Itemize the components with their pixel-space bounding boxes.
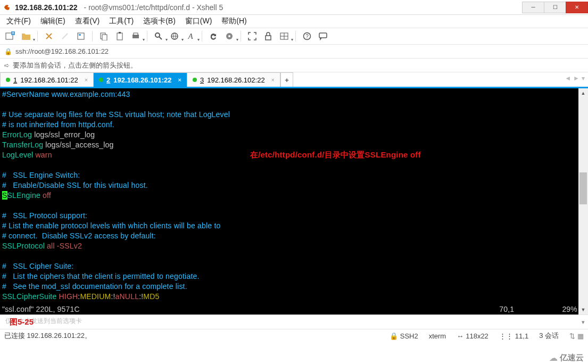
scroll-track[interactable] <box>578 98 588 305</box>
svg-rect-6 <box>117 33 122 40</box>
status-size: ↔ 118x22 <box>457 332 488 340</box>
terminal-line <box>2 251 586 261</box>
terminal-line: SSLEngine off <box>2 191 586 201</box>
grid-icon[interactable]: ▦ <box>577 332 584 340</box>
terminal-line: # SSL Cipher Suite: <box>2 261 586 271</box>
reconnect-icon[interactable] <box>43 30 55 42</box>
cursor-icon: ⋮⋮ <box>499 332 513 340</box>
tab-strip: 1 192.168.26.101:22 × 2 192.168.26.101:2… <box>0 72 588 88</box>
open-session-icon[interactable] <box>20 30 32 42</box>
terminal-line: # List the enable protocol levels with w… <box>2 221 586 231</box>
lock-small-icon: 🔒 <box>4 48 12 55</box>
title-bar: 192.168.26.101:22 - root@vms001:/etc/htt… <box>0 0 588 15</box>
tab-next-icon[interactable]: ► <box>573 75 579 82</box>
terminal-scrollbar[interactable]: ▲ ▼ <box>578 88 588 315</box>
window-controls: ─ ☐ ✕ <box>523 2 588 13</box>
session-tab-3[interactable]: 3 192.168.26.102:22 × <box>187 72 280 87</box>
language-icon[interactable] <box>169 30 180 42</box>
chat-icon[interactable] <box>317 30 329 42</box>
menu-tab[interactable]: 选项卡(B) <box>143 16 176 26</box>
svg-rect-3 <box>79 34 81 36</box>
tab-close-icon[interactable]: × <box>178 77 181 83</box>
help-icon[interactable]: ? <box>301 30 313 42</box>
status-term: xterm <box>429 332 446 340</box>
hint-row: ➪ 要添加当前会话，点击左侧的箭头按钮。 <box>0 59 588 72</box>
menu-view[interactable]: 查看(V) <box>75 16 100 26</box>
tab-num: 1 <box>13 76 17 84</box>
terminal-line: SSLProtocol all -SSLv2 <box>2 241 586 251</box>
app-icon <box>3 3 12 12</box>
separator-icon <box>295 31 296 42</box>
terminal-line: # Enable/Disable SSL for this virtual ho… <box>2 180 586 191</box>
tab-close-icon[interactable]: × <box>271 77 275 83</box>
status-sessions: 3 会话 <box>539 331 559 341</box>
disconnect-icon[interactable] <box>59 30 71 42</box>
maximize-button[interactable]: ☐ <box>544 2 566 13</box>
terminal[interactable]: #ServerName www.example.com:443 # Use se… <box>0 88 588 315</box>
scroll-down-icon[interactable]: ▼ <box>578 305 588 315</box>
status-connection: 已连接 192.168.26.101:22。 <box>4 331 379 341</box>
vim-pct: 29% <box>562 304 577 315</box>
menu-help[interactable]: 帮助(H) <box>221 16 246 26</box>
scroll-thumb[interactable] <box>579 172 587 204</box>
status-size-text: 118x22 <box>466 332 488 340</box>
annotation-text: 在/etc/httpd/conf.d/目录中设置SSLEngine off <box>250 150 421 160</box>
status-cursor: ⋮⋮ 11,1 <box>499 332 528 340</box>
terminal-line: SSLCipherSuite HIGH:MEDIUM:!aNULL:!MD5 <box>2 292 586 302</box>
find-icon[interactable] <box>153 30 164 42</box>
terminal-line: TransferLog logs/ssl_access_log <box>2 140 586 150</box>
status-dot-icon <box>193 78 197 82</box>
tab-close-icon[interactable]: × <box>85 77 88 83</box>
new-tab-button[interactable]: + <box>280 72 293 87</box>
menu-window[interactable]: 窗口(W) <box>185 16 212 26</box>
status-cursor-text: 11,1 <box>515 332 528 340</box>
vim-pos: 70,1 <box>499 304 514 315</box>
menu-file[interactable]: 文件(F) <box>6 16 31 26</box>
status-dot-icon <box>6 78 10 82</box>
separator-icon <box>202 31 202 42</box>
close-button[interactable]: ✕ <box>566 2 588 13</box>
menu-edit[interactable]: 编辑(E) <box>40 16 65 26</box>
print-icon[interactable] <box>130 30 142 42</box>
status-corner-icons: ⇅ ▦ <box>569 332 584 340</box>
address-text[interactable]: ssh://root@192.168.26.101:22 <box>15 47 109 55</box>
session-tab-1[interactable]: 1 192.168.26.101:22 × <box>0 72 94 87</box>
new-session-icon[interactable] <box>4 30 16 42</box>
lock-icon[interactable] <box>262 30 274 42</box>
svg-rect-5 <box>102 35 107 40</box>
send-row: 图5-25 仅将文本发送到当前选项卡 ▾ <box>0 315 588 329</box>
menu-tool[interactable]: 工具(T) <box>109 16 134 26</box>
properties-icon[interactable] <box>75 30 87 42</box>
terminal-line: # List the ciphers that the client is pe… <box>2 271 586 282</box>
tab-prev-icon[interactable]: ◄ <box>565 75 571 82</box>
updown-icon[interactable]: ⇅ <box>569 332 575 340</box>
fullscreen-icon[interactable] <box>246 30 258 42</box>
scroll-up-icon[interactable]: ▲ <box>578 88 588 98</box>
font-icon[interactable]: A <box>185 30 196 42</box>
color-icon[interactable] <box>223 30 235 42</box>
terminal-line: ErrorLog logs/ssl_error_log <box>2 130 586 140</box>
svg-point-10 <box>155 33 160 37</box>
vim-status-line: "ssl.conf" 220L, 9571C 70,1 29% <box>2 304 577 315</box>
layout-icon[interactable] <box>278 30 290 42</box>
svg-rect-9 <box>134 33 138 35</box>
terminal-line: # Use separate log files for the SSL vir… <box>2 110 586 120</box>
add-session-arrow-icon[interactable]: ➪ <box>4 62 10 69</box>
menu-bar: 文件(F) 编辑(E) 查看(V) 工具(T) 选项卡(B) 窗口(W) 帮助(… <box>0 15 588 28</box>
svg-rect-7 <box>119 32 121 34</box>
send-mode-dropdown[interactable]: ▾ <box>582 319 585 326</box>
copy-icon[interactable] <box>98 30 110 42</box>
tab-list-icon[interactable]: ▾ <box>582 75 585 82</box>
session-tab-2[interactable]: 2 192.168.26.101:22 × <box>94 72 187 87</box>
tab-num: 3 <box>200 76 204 84</box>
terminal-line <box>2 201 586 211</box>
svg-rect-14 <box>266 36 271 40</box>
paste-icon[interactable] <box>114 30 126 42</box>
separator-icon <box>147 31 147 42</box>
watermark: ☁ 亿速云 <box>545 351 588 364</box>
title-path-text: root@vms001:/etc/httpd/conf.d - Xshell 5 <box>88 3 223 12</box>
lock-tiny-icon: 🔒 <box>390 332 398 340</box>
hint-text: 要添加当前会话，点击左侧的箭头按钮。 <box>13 61 137 70</box>
refresh-icon[interactable] <box>208 30 219 42</box>
minimize-button[interactable]: ─ <box>522 2 544 13</box>
